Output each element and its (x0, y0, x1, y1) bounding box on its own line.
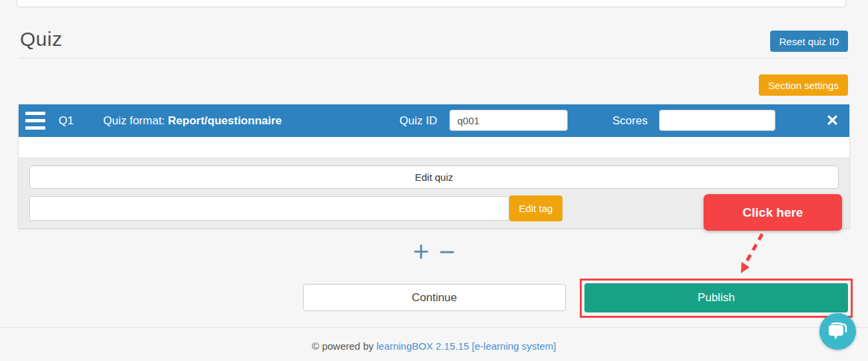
quiz-format-text: Quiz format: Report/questionnaire (103, 104, 282, 137)
quiz-id-input[interactable] (449, 110, 568, 131)
edit-tag-button[interactable]: Edit tag (509, 195, 562, 221)
question-content-row (19, 137, 849, 158)
close-icon[interactable]: ✕ (826, 104, 839, 137)
edit-quiz-button[interactable]: Edit quiz (29, 166, 839, 189)
annotation-arrow-icon (729, 231, 775, 278)
chat-widget-button[interactable] (819, 313, 856, 350)
previous-card-bottom-edge (17, 0, 846, 7)
quiz-format-value: Report/questionnaire (168, 114, 282, 127)
reset-quiz-id-button[interactable]: Reset quiz ID (770, 31, 848, 52)
question-number: Q1 (59, 104, 74, 137)
remove-question-icon[interactable]: − (435, 236, 459, 267)
quiz-editor-page: Quiz Reset quiz ID Section settings Q1 Q… (0, 0, 868, 361)
quiz-card-header: Q1 Quiz format: Report/questionnaire Qui… (19, 104, 849, 137)
footer-link[interactable]: learningBOX 2.15.15 [e-learning system] (376, 340, 556, 352)
publish-button[interactable]: Publish (584, 283, 848, 312)
footer-copyright: © powered by (312, 340, 376, 352)
footer-text: © powered by learningBOX 2.15.15 [e-lear… (0, 340, 868, 352)
scores-label: Scores (612, 104, 648, 137)
drag-handle-icon[interactable] (25, 112, 45, 130)
page-title: Quiz (20, 28, 63, 51)
heading-divider (20, 58, 848, 59)
tag-input[interactable] (29, 196, 509, 221)
section-settings-button[interactable]: Section settings (759, 74, 848, 96)
click-here-callout: Click here (704, 194, 842, 231)
quiz-format-label: Quiz format: (103, 114, 168, 127)
chat-bubble-icon (828, 322, 848, 341)
continue-button[interactable]: Continue (303, 284, 566, 311)
quiz-id-label: Quiz ID (399, 104, 437, 137)
add-question-icon[interactable]: + (409, 236, 433, 267)
footer-divider (0, 327, 868, 328)
scores-input[interactable] (659, 110, 775, 131)
